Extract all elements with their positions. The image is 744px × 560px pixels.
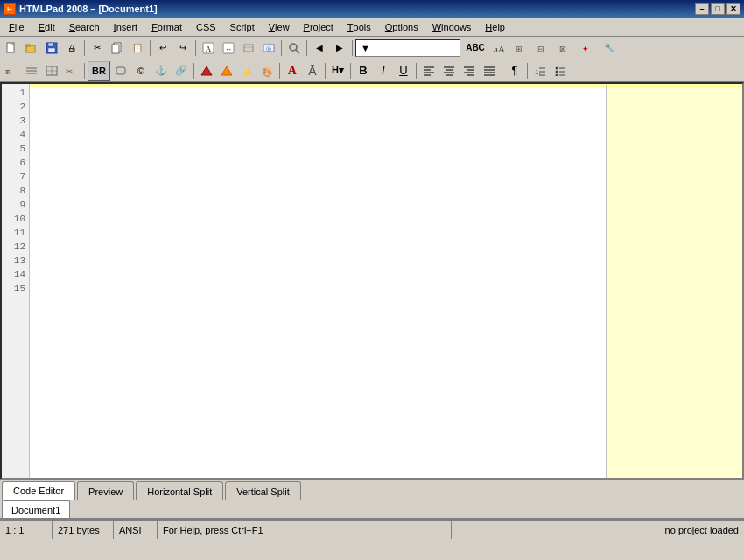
- tb2-A-center[interactable]: Ā: [303, 61, 322, 80]
- pilcrow-button[interactable]: ¶: [505, 61, 524, 80]
- align-left-button[interactable]: [419, 61, 439, 80]
- tab-preview[interactable]: Preview: [77, 481, 134, 500]
- line-num-5: 5: [2, 142, 29, 156]
- paste-button[interactable]: 📋: [128, 38, 147, 58]
- minimize-button[interactable]: –: [695, 3, 709, 15]
- tb-extra1[interactable]: ⊞: [512, 38, 531, 58]
- tb2-orange[interactable]: [217, 61, 236, 80]
- status-size: 271 bytes: [53, 521, 114, 539]
- tab-horizontal-split[interactable]: Horizontal Split: [136, 481, 223, 500]
- doc-tabs-bar: Document1: [0, 500, 744, 520]
- save-button[interactable]: [42, 38, 61, 58]
- svg-rect-6: [48, 48, 55, 52]
- code-editor-area[interactable]: [30, 84, 606, 478]
- menu-script[interactable]: Script: [223, 18, 262, 36]
- tb2-table[interactable]: [42, 61, 61, 80]
- sep-t2-2: [193, 63, 194, 79]
- tabs-bar: Code Editor Preview Horizontal Split Ver…: [0, 480, 744, 500]
- tb2-H-heading[interactable]: H▾: [328, 61, 347, 80]
- print-button[interactable]: 🖨: [62, 38, 81, 58]
- sep-t2-3: [279, 63, 280, 79]
- maximize-button[interactable]: □: [711, 3, 725, 15]
- cut-button[interactable]: ✂: [88, 38, 107, 58]
- tb2-wand[interactable]: ⚡: [237, 61, 256, 80]
- status-hint: For Help, press Ctrl+F1: [158, 521, 452, 539]
- tab-code-editor[interactable]: Code Editor: [2, 481, 75, 500]
- title-bar-controls: – □ ✕: [695, 3, 740, 15]
- menu-windows[interactable]: Windows: [425, 18, 479, 36]
- tb2-indent-ol[interactable]: ≡1.: [2, 61, 21, 80]
- tab-vertical-split[interactable]: Vertical Split: [225, 481, 301, 500]
- tb-btn-d[interactable]: ◎: [259, 38, 278, 58]
- tb2-copyright[interactable]: ©: [131, 61, 151, 80]
- menu-search[interactable]: Search: [62, 18, 107, 36]
- abc-btn[interactable]: ABC: [463, 38, 488, 58]
- tb-arrows2[interactable]: ▶: [330, 38, 349, 58]
- tb-btn-c[interactable]: [239, 38, 258, 58]
- menu-format[interactable]: Format: [144, 18, 189, 36]
- tb-extra5[interactable]: 🔧: [600, 38, 619, 58]
- svg-text:1.: 1.: [5, 69, 11, 75]
- open-button[interactable]: [22, 38, 41, 58]
- menu-options[interactable]: Options: [378, 18, 425, 36]
- line-numbers: 1 2 3 4 5 6 7 8 9 10 11 12 13 14 15: [2, 84, 30, 478]
- tb2-red[interactable]: [197, 61, 216, 80]
- sep6: [352, 40, 353, 56]
- tb2-indent-ul[interactable]: [22, 61, 41, 80]
- tb-btn-a[interactable]: A: [199, 38, 218, 58]
- doc-tab-document1[interactable]: Document1: [2, 500, 70, 518]
- new-button[interactable]: [2, 38, 21, 58]
- tb2-shape[interactable]: [111, 61, 130, 80]
- svg-text:⊟: ⊟: [537, 45, 544, 53]
- line-num-9: 9: [2, 198, 29, 212]
- svg-rect-1: [12, 43, 14, 45]
- svg-text:A: A: [206, 45, 212, 53]
- br-button[interactable]: BR: [88, 61, 110, 80]
- menu-file[interactable]: File: [2, 18, 32, 36]
- menu-project[interactable]: Project: [297, 18, 340, 36]
- code-textarea[interactable]: [32, 88, 604, 476]
- status-bar: 1 : 1 271 bytes ANSI For Help, press Ctr…: [0, 520, 744, 539]
- menu-insert[interactable]: Insert: [107, 18, 145, 36]
- line-num-1: 1: [2, 86, 29, 100]
- main-content: 1 2 3 4 5 6 7 8 9 10 11 12 13 14 15 Code…: [0, 82, 744, 500]
- menu-css[interactable]: CSS: [189, 18, 223, 36]
- tb2-chain[interactable]: 🔗: [172, 61, 191, 80]
- status-project: no project loaded: [452, 521, 745, 539]
- menu-tools[interactable]: Tools: [340, 18, 378, 36]
- menu-help[interactable]: Help: [478, 18, 512, 36]
- align-center-button[interactable]: [439, 61, 459, 80]
- copy-button[interactable]: [108, 38, 127, 58]
- svg-text:⊞: ⊞: [516, 45, 523, 53]
- underline-button[interactable]: U: [394, 61, 413, 80]
- undo-button[interactable]: ↩: [153, 38, 172, 58]
- tb2-paint[interactable]: 🎨: [257, 61, 277, 80]
- tb-arrows[interactable]: ◀: [310, 38, 329, 58]
- tb-extra3[interactable]: ⊠: [556, 38, 575, 58]
- tb-btn-b[interactable]: ↔: [219, 38, 238, 58]
- line-num-2: 2: [2, 100, 29, 114]
- tb2-A-serif[interactable]: A: [283, 61, 302, 80]
- find-button[interactable]: [284, 38, 304, 58]
- font-dropdown[interactable]: ▼: [355, 39, 460, 57]
- menu-bar: File Edit Search Insert Format CSS Scrip…: [0, 18, 744, 37]
- line-num-11: 11: [2, 226, 29, 240]
- align-right-button[interactable]: [460, 61, 479, 80]
- italic-button[interactable]: I: [374, 61, 393, 80]
- bold-button[interactable]: B: [354, 61, 373, 80]
- sep-t2-4: [325, 63, 326, 79]
- svg-rect-13: [244, 45, 253, 52]
- menu-view[interactable]: View: [262, 18, 297, 36]
- menu-edit[interactable]: Edit: [32, 18, 62, 36]
- list-ul-button[interactable]: [551, 61, 570, 80]
- status-encoding: ANSI: [114, 521, 158, 539]
- list-ol-button[interactable]: 1.: [530, 61, 550, 80]
- close-button[interactable]: ✕: [726, 3, 740, 15]
- tb-extra2[interactable]: ⊟: [534, 38, 553, 58]
- align-justify-button[interactable]: [480, 61, 499, 80]
- tb2-anchor[interactable]: ⚓: [151, 61, 171, 80]
- tb-extra4[interactable]: ✦: [578, 38, 597, 58]
- tb-aa-btn[interactable]: aA: [490, 38, 509, 58]
- tb2-scissors[interactable]: ✂: [62, 61, 81, 80]
- redo-button[interactable]: ↪: [173, 38, 193, 58]
